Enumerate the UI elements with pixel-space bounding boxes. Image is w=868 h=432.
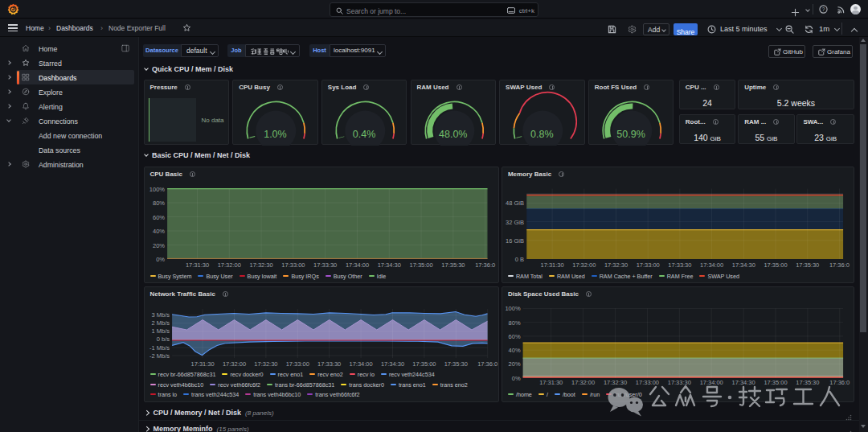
svg-text:20%: 20% <box>509 360 521 368</box>
svg-text:17:35:30: 17:35:30 <box>441 261 465 269</box>
svg-text:60%: 60% <box>509 333 521 340</box>
svg-text:17:31:30: 17:31:30 <box>539 379 563 386</box>
svg-text:17:33:00: 17:33:00 <box>637 261 660 268</box>
svg-text:17:32:30: 17:32:30 <box>254 360 277 368</box>
svg-text:17:31:30: 17:31:30 <box>185 261 208 269</box>
svg-text:32 GiB: 32 GiB <box>506 218 524 225</box>
svg-text:17:31:30: 17:31:30 <box>190 360 214 368</box>
svg-text:20%: 20% <box>152 241 164 249</box>
svg-text:17:36:0: 17:36:0 <box>475 261 495 269</box>
svg-text:17:35:30: 17:35:30 <box>796 261 819 268</box>
svg-text:17:32:00: 17:32:00 <box>217 261 240 269</box>
svg-text:17:34:30: 17:34:30 <box>380 360 403 368</box>
svg-text:17:32:30: 17:32:30 <box>249 261 272 269</box>
svg-text:0%: 0% <box>512 375 521 382</box>
svg-text:1 Mb/s: 1 Mb/s <box>151 327 170 335</box>
svg-text:0 B: 0 B <box>515 255 524 262</box>
svg-text:0 b/s: 0 b/s <box>156 335 170 343</box>
svg-text:17:34:30: 17:34:30 <box>377 261 400 269</box>
svg-text:17:35:00: 17:35:00 <box>764 261 787 268</box>
svg-text:17:33:00: 17:33:00 <box>285 360 309 368</box>
svg-text:17:33:30: 17:33:30 <box>317 360 341 368</box>
svg-text:17:34:00: 17:34:00 <box>349 360 372 368</box>
svg-text:17:32:30: 17:32:30 <box>604 261 628 268</box>
svg-text:17:31:30: 17:31:30 <box>540 261 563 268</box>
svg-text:17:34:00: 17:34:00 <box>700 261 723 268</box>
svg-text:17:32:00: 17:32:00 <box>571 379 595 386</box>
svg-text:17:33:00: 17:33:00 <box>281 261 305 269</box>
svg-text:17:33:30: 17:33:30 <box>313 261 337 269</box>
svg-text:48 GiB: 48 GiB <box>506 200 524 207</box>
svg-text:16 GiB: 16 GiB <box>506 237 524 244</box>
svg-text:17:32:00: 17:32:00 <box>572 261 596 268</box>
svg-text:17:35:00: 17:35:00 <box>412 360 436 368</box>
svg-text:17:33:30: 17:33:30 <box>668 261 691 268</box>
svg-text:80%: 80% <box>152 200 164 207</box>
svg-text:17:36:0: 17:36:0 <box>829 261 850 268</box>
svg-text:100%: 100% <box>505 305 520 312</box>
svg-text:3 Mb/s: 3 Mb/s <box>151 311 170 319</box>
svg-text:60%: 60% <box>152 213 164 220</box>
svg-text:17:34:30: 17:34:30 <box>732 261 755 268</box>
svg-text:-1 Mb/s: -1 Mb/s <box>149 344 169 352</box>
svg-text:40%: 40% <box>152 228 164 235</box>
svg-text:17:35:30: 17:35:30 <box>444 360 467 368</box>
svg-text:-2 Mb/s: -2 Mb/s <box>149 352 169 360</box>
svg-text:80%: 80% <box>509 319 521 327</box>
svg-text:40%: 40% <box>509 347 521 354</box>
svg-text:17:32:00: 17:32:00 <box>222 360 245 368</box>
svg-text:17:34:00: 17:34:00 <box>345 261 368 269</box>
svg-text:17:36:0: 17:36:0 <box>477 360 497 368</box>
svg-text:0%: 0% <box>156 256 165 263</box>
svg-text:?: ? <box>822 6 825 12</box>
svg-text:100%: 100% <box>149 185 165 192</box>
svg-text:17:35:00: 17:35:00 <box>409 261 432 269</box>
svg-text:2 Mb/s: 2 Mb/s <box>151 319 170 327</box>
